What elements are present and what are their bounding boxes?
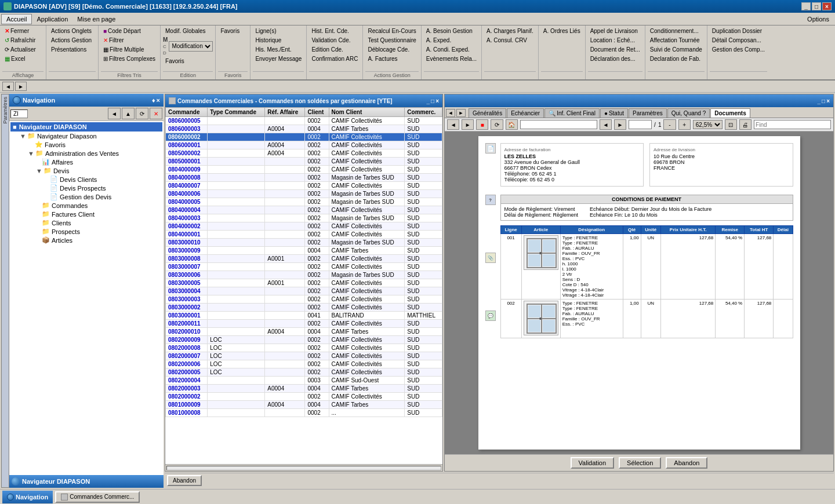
pdf-zoom-select[interactable]: 62,5% 75% 100% xyxy=(693,120,723,129)
grid-h-scrollbar[interactable] xyxy=(165,464,442,471)
excel-button[interactable]: ▦ Excel xyxy=(2,54,43,63)
pdf-print-btn[interactable]: 🖨 xyxy=(739,119,752,130)
doc-minimize-btn[interactable]: _ xyxy=(818,98,821,104)
table-row[interactable]: 08040000070002CAMIF CollectivitésSUD xyxy=(166,182,442,190)
filtre-multiple-button[interactable]: ▦ Filtre Multiple xyxy=(101,45,158,54)
nav-up-btn[interactable]: ▲ xyxy=(122,108,135,119)
table-row[interactable]: 08040000060002Magasin de Tarbes SUDSUD xyxy=(166,190,442,198)
lignes-button[interactable]: Ligne(s) xyxy=(253,27,304,35)
tree-item[interactable]: 📁 Clients xyxy=(10,218,162,227)
col-client[interactable]: Client xyxy=(305,108,329,117)
table-row[interactable]: 0803000008A00010002CAMIF CollectivitésSU… xyxy=(166,255,442,263)
table-row[interactable]: 08060000020002CAMIF CollectivitésSUD xyxy=(166,133,442,141)
pdf-zoom-out-btn[interactable]: - xyxy=(663,119,676,130)
nav-back-btn[interactable]: ◄ xyxy=(108,108,121,119)
nav-close-tree-btn[interactable]: ✕ xyxy=(150,108,162,119)
table-row[interactable]: 0802000009LOC0002CAMIF CollectivitésSUD xyxy=(166,336,442,344)
col-type-commande[interactable]: Type Commande xyxy=(208,108,265,117)
pdf-content-area[interactable]: 📄 Adresse de facturation LES ZELLES 332 xyxy=(445,132,833,454)
tab-inf-client-final[interactable]: 🔍Inf. Client Final xyxy=(544,108,600,118)
recalcul-button[interactable]: Recalcul En-Cours xyxy=(365,27,418,35)
location-eche-button[interactable]: Location : Eché... xyxy=(588,36,642,45)
tab-statut[interactable]: ●Statut xyxy=(600,108,628,118)
modif-globales-button[interactable]: Modif. Globales xyxy=(163,27,213,35)
minimize-button[interactable]: _ xyxy=(801,2,811,10)
presentations-button[interactable]: Présentations xyxy=(49,45,96,54)
doc-restore-btn[interactable]: □ xyxy=(822,98,825,104)
gestion-comp-button[interactable]: Gestion des Comp... xyxy=(710,45,767,54)
envoyer-message-button[interactable]: Envoyer Message xyxy=(253,54,304,63)
a-consul-crv-button[interactable]: A. Consul. CRV xyxy=(484,36,536,45)
menu-accueil[interactable]: Accueil xyxy=(1,14,32,24)
tree-item[interactable]: ▼ 📁 Devis xyxy=(10,166,162,175)
table-row[interactable]: 08030000030002CAMIF CollectivitésSUD xyxy=(166,295,442,304)
grid-close-btn[interactable]: × xyxy=(435,98,439,104)
table-row[interactable]: 08020000020002CAMIF CollectivitésSUD xyxy=(166,393,442,401)
grid-minimize-btn[interactable]: _ xyxy=(427,98,430,104)
rafraichir-button[interactable]: ↺ Rafraîchir xyxy=(2,36,43,45)
tree-item[interactable]: 📄 Gestion des Devis xyxy=(10,192,162,201)
table-row[interactable]: 0801000009A00040004CAMIF TarbesSUD xyxy=(166,401,442,409)
abandon-doc-button[interactable]: Abandon xyxy=(666,457,707,469)
filtrer-button[interactable]: ✕ Filtrer xyxy=(101,36,158,45)
pdf-page-input[interactable]: 1 xyxy=(629,120,652,129)
table-row[interactable]: 0802000010A00040004CAMIF TarbesSUD xyxy=(166,328,442,336)
tab-parametres[interactable]: Paramètres xyxy=(629,108,667,118)
table-row[interactable]: 0802000005LOC0002CAMIF CollectivitésSUD xyxy=(166,368,442,377)
table-row[interactable]: 0802000003A00040004CAMIF TarbesSUD xyxy=(166,385,442,393)
pdf-back-btn[interactable]: ◄ xyxy=(447,119,459,130)
col-nom-client[interactable]: Nom Client xyxy=(329,108,405,117)
a-condi-exped-button[interactable]: A. Condi. Exped. xyxy=(424,45,479,54)
tree-item[interactable]: ▼ 📁 Navigateur Diapason xyxy=(10,132,162,140)
nav-bottom-btn[interactable]: Navigation xyxy=(2,491,53,503)
doc-close-btn[interactable]: × xyxy=(826,98,830,104)
table-row[interactable]: 0802000006LOC0002CAMIF CollectivitésSUD xyxy=(166,360,442,368)
tree-item[interactable]: 📊 Affaires xyxy=(10,158,162,166)
a-factures-button[interactable]: A. Factures xyxy=(365,54,418,63)
a-ordres-lies-button[interactable]: A. Ordres Liés xyxy=(541,27,583,35)
appel-livraison-button[interactable]: Appel de Livraison xyxy=(588,27,642,35)
menu-options[interactable]: Options xyxy=(803,14,834,24)
evenements-rela-button[interactable]: Evènements Rela... xyxy=(424,54,479,63)
grid-h-scroll-track[interactable] xyxy=(166,466,441,470)
table-row[interactable]: 08030000060002Magasin de Tarbes SUDSUD xyxy=(166,271,442,279)
table-row[interactable]: 08040000080002Magasin de Tarbes SUDSUD xyxy=(166,174,442,182)
table-row[interactable]: 08050000010002CAMIF CollectivitésSUD xyxy=(166,158,442,166)
pdf-forward-btn[interactable]: ► xyxy=(462,119,474,130)
table-row[interactable]: 0802000007LOC0002CAMIF CollectivitésSUD xyxy=(166,352,442,360)
actions-onglets-button[interactable]: Actions Onglets xyxy=(49,27,96,35)
declaration-fab-button[interactable]: Declaration de Fab. xyxy=(648,54,705,63)
close-button[interactable]: × xyxy=(822,2,832,10)
doc-tab-back-btn[interactable]: ◄ xyxy=(446,109,455,117)
table-row[interactable]: 08030000010041BALITRANDMATTHIEL xyxy=(166,312,442,320)
validation-button[interactable]: Validation xyxy=(571,457,615,469)
table-row[interactable]: 08030000090004CAMIF TarbesSUD xyxy=(166,247,442,255)
filtres-complexes-button[interactable]: ⊞ Filtres Complexes xyxy=(101,54,158,63)
code-depart-button[interactable]: ■ Code Départ xyxy=(101,27,158,35)
tree-item[interactable]: ⭐ Favoris xyxy=(10,140,162,149)
grid-abandon-button[interactable]: Abandon xyxy=(167,475,202,486)
forward-button[interactable]: ► xyxy=(15,82,27,91)
pdf-path-input[interactable]: C:\ftp\ARC\0806000002.pdf xyxy=(520,120,597,129)
a-charges-planif-button[interactable]: A. Charges Planif. xyxy=(484,27,536,35)
tab-echeancier[interactable]: Echéancier xyxy=(507,108,544,118)
table-row[interactable]: 08040000040002CAMIF CollectivitésSUD xyxy=(166,206,442,214)
tree-item-prospects[interactable]: 📁 Prospects xyxy=(10,227,162,236)
grid-scroll-area[interactable]: Commande Type Commande Réf. Affaire Clie… xyxy=(165,107,442,464)
table-row[interactable]: 08060000050002CAMIF CollectivitésSUD xyxy=(166,117,442,125)
tree-item[interactable]: 📄 Devis Clients xyxy=(10,175,162,184)
favoris-button[interactable]: Favoris xyxy=(218,27,242,35)
table-row[interactable]: 0806000001A00040002CAMIF CollectivitésSU… xyxy=(166,141,442,149)
actualiser-button[interactable]: ⟳ Actualiser xyxy=(2,45,43,54)
col-commerc[interactable]: Commerc. xyxy=(405,108,442,117)
table-row[interactable]: 08030000100002Magasin de Tarbes SUDSUD xyxy=(166,239,442,247)
selection-button[interactable]: Sélection xyxy=(619,457,661,469)
pdf-page-back-btn[interactable]: ◄ xyxy=(600,119,612,130)
edition-cde-button[interactable]: Edition Cde. xyxy=(309,45,360,54)
favoris-edition-button[interactable]: Favoris xyxy=(163,57,213,65)
nav-close-button[interactable]: × xyxy=(157,97,160,104)
table-row[interactable]: 0802000008LOC0002CAMIF CollectivitésSUD xyxy=(166,344,442,352)
pdf-refresh-btn[interactable]: ⟳ xyxy=(491,119,503,130)
his-mes-button[interactable]: His. Mes./Ent. xyxy=(253,45,304,54)
tab-qui-quand[interactable]: Qui, Quand ? xyxy=(667,108,710,118)
